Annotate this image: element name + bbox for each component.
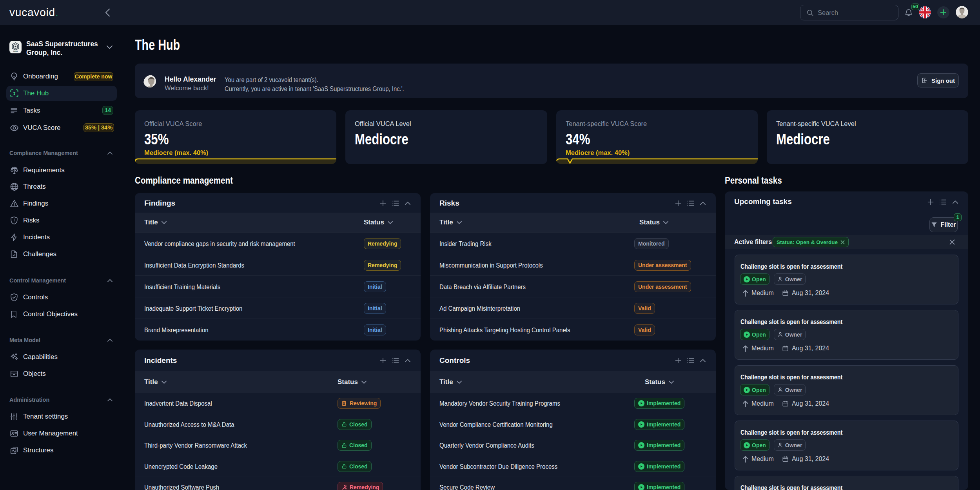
svg-text:SAAS: SAAS	[13, 50, 18, 52]
